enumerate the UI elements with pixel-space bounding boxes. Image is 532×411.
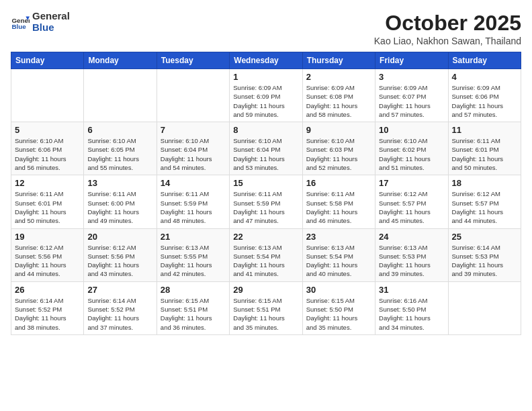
day-info: Sunrise: 6:12 AM Sunset: 5:56 PM Dayligh… [15, 243, 80, 279]
day-number: 16 [306, 178, 371, 188]
calendar-cell: 13Sunrise: 6:11 AM Sunset: 6:00 PM Dayli… [84, 175, 157, 228]
calendar-table: SundayMondayTuesdayWednesdayThursdayFrid… [11, 52, 521, 335]
day-info: Sunrise: 6:14 AM Sunset: 5:52 PM Dayligh… [15, 296, 80, 332]
calendar-cell: 9Sunrise: 6:10 AM Sunset: 6:03 PM Daylig… [302, 122, 375, 175]
calendar-cell: 4Sunrise: 6:09 AM Sunset: 6:06 PM Daylig… [448, 69, 521, 122]
day-info: Sunrise: 6:10 AM Sunset: 6:03 PM Dayligh… [306, 136, 371, 172]
day-info: Sunrise: 6:16 AM Sunset: 5:50 PM Dayligh… [379, 296, 444, 332]
day-number: 25 [452, 232, 517, 242]
calendar-cell: 19Sunrise: 6:12 AM Sunset: 5:56 PM Dayli… [11, 228, 84, 281]
calendar-cell: 21Sunrise: 6:13 AM Sunset: 5:55 PM Dayli… [157, 228, 229, 281]
calendar-cell: 7Sunrise: 6:10 AM Sunset: 6:04 PM Daylig… [157, 122, 229, 175]
day-of-week-header: Monday [84, 52, 157, 69]
day-number: 2 [306, 72, 371, 82]
day-info: Sunrise: 6:15 AM Sunset: 5:51 PM Dayligh… [233, 296, 298, 332]
day-info: Sunrise: 6:15 AM Sunset: 5:51 PM Dayligh… [161, 296, 226, 332]
calendar-cell: 11Sunrise: 6:11 AM Sunset: 6:01 PM Dayli… [448, 122, 521, 175]
day-of-week-header: Wednesday [230, 52, 302, 69]
calendar-cell [448, 281, 521, 334]
day-number: 24 [379, 232, 444, 242]
day-number: 10 [379, 125, 444, 135]
day-number: 27 [87, 285, 152, 295]
day-info: Sunrise: 6:14 AM Sunset: 5:53 PM Dayligh… [452, 243, 517, 279]
day-number: 17 [379, 178, 444, 188]
month-title: October 2025 [374, 11, 521, 36]
day-number: 1 [233, 72, 298, 82]
day-number: 20 [87, 232, 152, 242]
calendar-cell: 1Sunrise: 6:09 AM Sunset: 6:09 PM Daylig… [230, 69, 302, 122]
day-info: Sunrise: 6:10 AM Sunset: 6:06 PM Dayligh… [15, 136, 80, 172]
calendar-cell: 25Sunrise: 6:14 AM Sunset: 5:53 PM Dayli… [448, 228, 521, 281]
day-number: 18 [452, 178, 517, 188]
calendar-week-row: 5Sunrise: 6:10 AM Sunset: 6:06 PM Daylig… [11, 122, 521, 175]
calendar-week-row: 19Sunrise: 6:12 AM Sunset: 5:56 PM Dayli… [11, 228, 521, 281]
title-area: October 2025 Kao Liao, Nakhon Sawan, Tha… [374, 11, 521, 46]
day-info: Sunrise: 6:13 AM Sunset: 5:54 PM Dayligh… [306, 243, 371, 279]
logo-icon: General Blue [11, 13, 30, 32]
calendar-cell: 16Sunrise: 6:11 AM Sunset: 5:58 PM Dayli… [302, 175, 375, 228]
day-number: 13 [87, 178, 152, 188]
calendar-header-row: SundayMondayTuesdayWednesdayThursdayFrid… [11, 52, 521, 69]
day-info: Sunrise: 6:12 AM Sunset: 5:57 PM Dayligh… [452, 189, 517, 225]
calendar-week-row: 26Sunrise: 6:14 AM Sunset: 5:52 PM Dayli… [11, 281, 521, 334]
calendar-week-row: 1Sunrise: 6:09 AM Sunset: 6:09 PM Daylig… [11, 69, 521, 122]
calendar-cell: 6Sunrise: 6:10 AM Sunset: 6:05 PM Daylig… [84, 122, 157, 175]
day-number: 22 [233, 232, 298, 242]
day-info: Sunrise: 6:11 AM Sunset: 5:59 PM Dayligh… [233, 189, 298, 225]
calendar-cell: 17Sunrise: 6:12 AM Sunset: 5:57 PM Dayli… [375, 175, 448, 228]
calendar-body: 1Sunrise: 6:09 AM Sunset: 6:09 PM Daylig… [11, 69, 521, 335]
calendar-week-row: 12Sunrise: 6:11 AM Sunset: 6:01 PM Dayli… [11, 175, 521, 228]
calendar-cell: 2Sunrise: 6:09 AM Sunset: 6:08 PM Daylig… [302, 69, 375, 122]
logo-general: General [32, 11, 70, 22]
day-number: 29 [233, 285, 298, 295]
day-info: Sunrise: 6:12 AM Sunset: 5:57 PM Dayligh… [379, 189, 444, 225]
day-of-week-header: Sunday [11, 52, 84, 69]
calendar-cell: 15Sunrise: 6:11 AM Sunset: 5:59 PM Dayli… [230, 175, 302, 228]
day-info: Sunrise: 6:13 AM Sunset: 5:55 PM Dayligh… [161, 243, 226, 279]
calendar-cell: 23Sunrise: 6:13 AM Sunset: 5:54 PM Dayli… [302, 228, 375, 281]
day-number: 30 [306, 285, 371, 295]
day-number: 28 [161, 285, 226, 295]
logo-blue: Blue [32, 22, 70, 34]
day-number: 12 [15, 178, 80, 188]
day-number: 5 [15, 125, 80, 135]
day-number: 3 [379, 72, 444, 82]
day-info: Sunrise: 6:09 AM Sunset: 6:09 PM Dayligh… [233, 83, 298, 119]
calendar-cell: 20Sunrise: 6:12 AM Sunset: 5:56 PM Dayli… [84, 228, 157, 281]
calendar-cell: 31Sunrise: 6:16 AM Sunset: 5:50 PM Dayli… [375, 281, 448, 334]
calendar-cell: 10Sunrise: 6:10 AM Sunset: 6:02 PM Dayli… [375, 122, 448, 175]
day-number: 23 [306, 232, 371, 242]
day-info: Sunrise: 6:11 AM Sunset: 6:00 PM Dayligh… [87, 189, 152, 225]
day-number: 8 [233, 125, 298, 135]
calendar-cell: 3Sunrise: 6:09 AM Sunset: 6:07 PM Daylig… [375, 69, 448, 122]
header: General Blue General Blue October 2025 K… [11, 11, 521, 46]
calendar-cell: 24Sunrise: 6:13 AM Sunset: 5:53 PM Dayli… [375, 228, 448, 281]
day-of-week-header: Thursday [302, 52, 375, 69]
day-number: 15 [233, 178, 298, 188]
day-of-week-header: Saturday [448, 52, 521, 69]
day-of-week-header: Tuesday [157, 52, 229, 69]
day-info: Sunrise: 6:12 AM Sunset: 5:56 PM Dayligh… [87, 243, 152, 279]
calendar-cell [84, 69, 157, 122]
day-number: 9 [306, 125, 371, 135]
calendar-cell: 8Sunrise: 6:10 AM Sunset: 6:04 PM Daylig… [230, 122, 302, 175]
calendar-cell: 28Sunrise: 6:15 AM Sunset: 5:51 PM Dayli… [157, 281, 229, 334]
day-info: Sunrise: 6:15 AM Sunset: 5:50 PM Dayligh… [306, 296, 371, 332]
calendar-cell: 29Sunrise: 6:15 AM Sunset: 5:51 PM Dayli… [230, 281, 302, 334]
day-number: 21 [161, 232, 226, 242]
day-number: 7 [161, 125, 226, 135]
location-title: Kao Liao, Nakhon Sawan, Thailand [374, 36, 521, 46]
calendar-cell: 30Sunrise: 6:15 AM Sunset: 5:50 PM Dayli… [302, 281, 375, 334]
calendar-cell: 5Sunrise: 6:10 AM Sunset: 6:06 PM Daylig… [11, 122, 84, 175]
day-info: Sunrise: 6:11 AM Sunset: 5:59 PM Dayligh… [161, 189, 226, 225]
day-info: Sunrise: 6:14 AM Sunset: 5:52 PM Dayligh… [87, 296, 152, 332]
day-info: Sunrise: 6:10 AM Sunset: 6:02 PM Dayligh… [379, 136, 444, 172]
calendar-cell: 22Sunrise: 6:13 AM Sunset: 5:54 PM Dayli… [230, 228, 302, 281]
calendar-cell: 27Sunrise: 6:14 AM Sunset: 5:52 PM Dayli… [84, 281, 157, 334]
day-number: 11 [452, 125, 517, 135]
day-info: Sunrise: 6:11 AM Sunset: 6:01 PM Dayligh… [452, 136, 517, 172]
calendar-cell: 18Sunrise: 6:12 AM Sunset: 5:57 PM Dayli… [448, 175, 521, 228]
day-info: Sunrise: 6:13 AM Sunset: 5:54 PM Dayligh… [233, 243, 298, 279]
day-number: 31 [379, 285, 444, 295]
calendar-cell: 26Sunrise: 6:14 AM Sunset: 5:52 PM Dayli… [11, 281, 84, 334]
